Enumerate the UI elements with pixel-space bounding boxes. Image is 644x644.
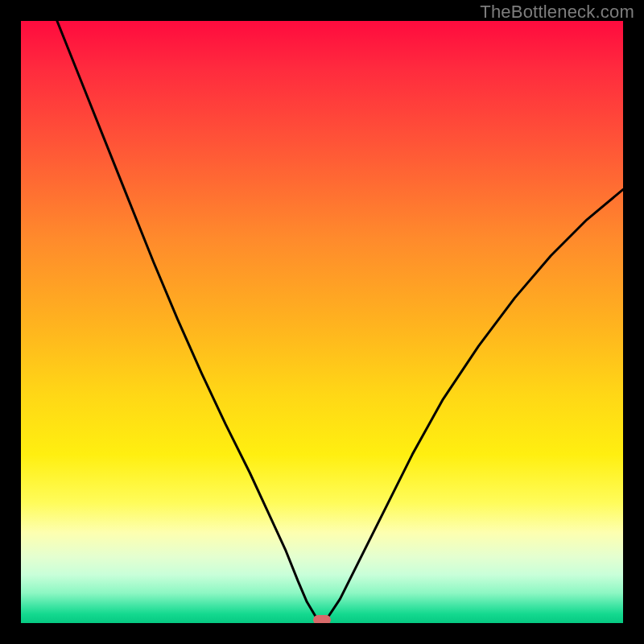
chart-frame: TheBottleneck.com (0, 0, 644, 644)
plot-area (21, 21, 623, 623)
bottleneck-curve (21, 21, 623, 623)
minimum-marker (313, 615, 331, 623)
watermark-text: TheBottleneck.com (480, 2, 634, 23)
